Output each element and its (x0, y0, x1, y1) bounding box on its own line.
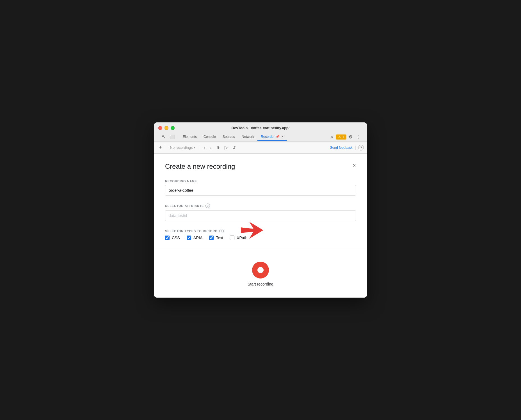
add-icon: + (159, 145, 162, 150)
delete-recording-button[interactable]: 🗑 (214, 144, 222, 151)
tab-network[interactable]: Network (238, 133, 257, 141)
selector-attribute-group: SELECTOR ATTRIBUTE ? (165, 204, 356, 221)
add-recording-button[interactable]: + (157, 143, 164, 152)
chevron-down-icon: ▾ (194, 146, 195, 149)
issues-badge-button[interactable]: ⚠ 1 (336, 134, 346, 140)
title-bar: DevTools - coffee-cart.netlify.app/ ↖ ⬜ … (154, 122, 367, 142)
tab-recorder-label: Recorder (261, 135, 275, 139)
record-dot (257, 267, 264, 273)
text-checkbox[interactable] (209, 236, 214, 240)
toolbar-separator-1 (166, 145, 166, 150)
devtools-window: DevTools - coffee-cart.netlify.app/ ↖ ⬜ … (154, 122, 367, 298)
recorder-toolbar: + No recordings ▾ ↑ ↓ 🗑 ▷ ↺ Send feedbac… (154, 142, 367, 154)
replay-settings-button[interactable]: ↺ (231, 144, 237, 151)
checkboxes-row: CSS ARIA Text XPath (165, 236, 356, 240)
play-button[interactable]: ▷ (223, 144, 230, 151)
tab-console[interactable]: Console (200, 133, 219, 141)
export-button[interactable]: ↑ (202, 144, 207, 151)
start-recording-label: Start recording (248, 282, 273, 286)
recording-name-label: RECORDING NAME (165, 179, 356, 183)
tabs-right: » ⚠ 1 ⚙ ⋮ (330, 134, 362, 140)
recordings-dropdown[interactable]: No recordings ▾ (168, 145, 197, 150)
tab-inspect[interactable]: ⬜ (168, 133, 177, 141)
recording-name-group: RECORDING NAME (165, 179, 356, 196)
trash-icon: 🗑 (216, 145, 220, 150)
close-dialog-button[interactable]: × (353, 163, 356, 168)
send-feedback-link[interactable]: Send feedback (330, 146, 353, 150)
replay-settings-icon: ↺ (232, 145, 236, 150)
import-icon: ↓ (210, 145, 212, 150)
aria-label: ARIA (193, 236, 203, 240)
selector-attribute-label: SELECTOR ATTRIBUTE ? (165, 204, 356, 208)
selector-types-help-icon[interactable]: ? (219, 229, 224, 233)
issues-count: 1 (342, 135, 344, 139)
css-label: CSS (172, 236, 180, 240)
checkbox-css[interactable]: CSS (165, 236, 180, 240)
dialog-title: Create a new recording (165, 163, 235, 170)
toolbar-right: Send feedback | ? (330, 145, 364, 150)
checkbox-xpath[interactable]: XPath (230, 236, 247, 240)
close-traffic-light[interactable] (158, 126, 162, 130)
toolbar-separator-3: | (355, 145, 356, 150)
xpath-checkbox[interactable] (230, 236, 234, 240)
css-checkbox[interactable] (165, 236, 170, 240)
start-recording-section: Start recording (165, 255, 356, 289)
selector-attribute-help-icon[interactable]: ? (205, 204, 210, 208)
text-label: Text (216, 236, 223, 240)
selector-types-group: SELECTOR TYPES TO RECORD ? CSS ARIA (165, 229, 356, 240)
no-recordings-label: No recordings (170, 145, 193, 150)
checkbox-aria[interactable]: ARIA (187, 236, 203, 240)
checkbox-text[interactable]: Text (209, 236, 223, 240)
import-button[interactable]: ↓ (208, 144, 213, 151)
tab-cursor[interactable]: ↖ (159, 132, 168, 141)
export-icon: ↑ (203, 145, 205, 150)
start-recording-button[interactable] (252, 262, 269, 279)
tab-sources[interactable]: Sources (219, 133, 238, 141)
selector-types-label: SELECTOR TYPES TO RECORD ? (165, 229, 356, 233)
issues-icon: ⚠ (338, 135, 341, 139)
maximize-traffic-light[interactable] (171, 126, 175, 130)
devtools-more-button[interactable]: ⋮ (355, 134, 362, 140)
dialog-header: Create a new recording × (165, 163, 356, 170)
tabs-bar: ↖ ⬜ Elements Console Sources Network Rec… (158, 132, 363, 141)
play-icon: ▷ (225, 145, 228, 150)
tab-elements[interactable]: Elements (179, 133, 200, 141)
toolbar-separator-2 (199, 145, 199, 150)
settings-button[interactable]: ⚙ (348, 134, 354, 140)
help-button[interactable]: ? (358, 145, 364, 150)
recorder-tab-close[interactable]: × (281, 134, 284, 139)
tab-recorder[interactable]: Recorder 📌 × (257, 133, 287, 141)
section-divider (154, 248, 367, 248)
window-title: DevTools - coffee-cart.netlify.app/ (232, 126, 290, 130)
minimize-traffic-light[interactable] (164, 126, 168, 130)
selector-attribute-input[interactable] (165, 210, 356, 221)
recorder-pin-icon: 📌 (276, 135, 280, 138)
recording-name-input[interactable] (165, 185, 356, 196)
more-tabs-button[interactable]: » (330, 134, 335, 140)
main-content: Create a new recording × RECORDING NAME … (154, 154, 367, 298)
traffic-lights (158, 126, 175, 130)
xpath-label: XPath (237, 236, 247, 240)
aria-checkbox[interactable] (187, 236, 191, 240)
